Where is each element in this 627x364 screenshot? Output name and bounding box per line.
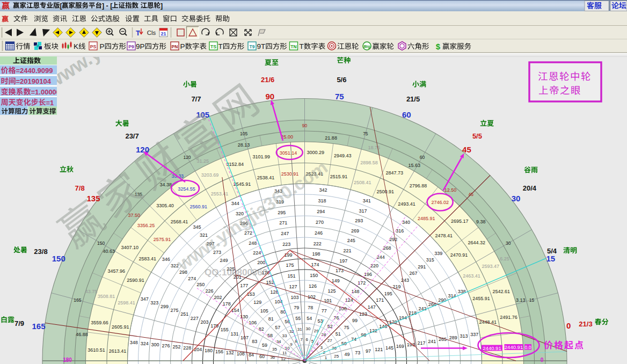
svg-text:147: 147 <box>368 304 376 310</box>
svg-text:QQ:100800360: QQ:100800360 <box>205 267 267 278</box>
svg-text:=1.00000: =1.00000 <box>31 88 61 96</box>
svg-text:180: 180 <box>205 348 213 353</box>
svg-text:11: 11 <box>282 351 287 355</box>
svg-text:131: 131 <box>230 331 238 337</box>
svg-text:9: 9 <box>290 342 293 347</box>
svg-text:81: 81 <box>268 316 274 322</box>
svg-text:T9: T9 <box>250 44 255 49</box>
svg-text:338: 338 <box>458 289 466 294</box>
svg-text:219: 219 <box>392 284 400 289</box>
svg-text:2898.58: 2898.58 <box>360 160 378 165</box>
svg-text:267: 267 <box>410 271 418 276</box>
svg-text:30: 30 <box>306 326 311 331</box>
svg-text:Cls: Cls <box>147 30 156 36</box>
svg-text:145: 145 <box>385 345 393 351</box>
svg-text:2440.91: 2440.91 <box>483 345 501 351</box>
svg-text:P: P <box>100 42 105 50</box>
svg-text:2568.41: 2568.41 <box>171 219 188 224</box>
svg-text:57: 57 <box>275 325 280 330</box>
svg-text:317: 317 <box>359 208 367 214</box>
svg-text:79: 79 <box>294 305 299 310</box>
svg-text:276: 276 <box>162 343 170 348</box>
svg-text:73: 73 <box>355 350 360 355</box>
svg-text:130: 130 <box>240 314 248 319</box>
svg-text:249: 249 <box>220 258 228 263</box>
svg-text:2491.76: 2491.76 <box>500 315 517 320</box>
svg-text:126: 126 <box>309 283 317 289</box>
svg-text:125: 125 <box>328 288 336 294</box>
svg-text:=2440.9099: =2440.9099 <box>16 67 53 75</box>
svg-text:55: 55 <box>295 316 301 321</box>
svg-text:3610.51: 3610.51 <box>88 347 105 353</box>
svg-text:20/4: 20/4 <box>523 184 537 192</box>
svg-text:12: 12 <box>281 356 286 361</box>
svg-text:45: 45 <box>462 145 471 154</box>
svg-text:75: 75 <box>363 131 368 136</box>
svg-text:342: 342 <box>319 187 327 193</box>
svg-text:15.63: 15.63 <box>408 163 420 168</box>
svg-text:37.50: 37.50 <box>128 213 140 218</box>
svg-text:155: 155 <box>221 327 229 332</box>
svg-text:0: 0 <box>541 357 544 363</box>
svg-text:148: 148 <box>351 289 359 294</box>
svg-text:15: 15 <box>546 254 555 263</box>
svg-text:124: 124 <box>345 297 353 303</box>
svg-text:34.38: 34.38 <box>159 182 172 187</box>
svg-text:244: 244 <box>377 254 385 260</box>
svg-text:269: 269 <box>351 228 359 234</box>
svg-text:=1: =1 <box>46 99 54 107</box>
svg-text:203: 203 <box>201 319 209 325</box>
svg-text:75: 75 <box>344 325 349 330</box>
svg-text:200: 200 <box>257 260 265 265</box>
svg-text:2605.91: 2605.91 <box>112 324 129 330</box>
svg-text:2593.47: 2593.47 <box>482 264 499 269</box>
svg-text:60: 60 <box>402 110 411 119</box>
svg-text:2515.91: 2515.91 <box>330 174 348 179</box>
svg-text:217: 217 <box>417 340 425 346</box>
svg-text:2949.43: 2949.43 <box>334 153 352 158</box>
svg-text:318: 318 <box>318 198 326 203</box>
svg-text:299: 299 <box>161 304 169 309</box>
svg-text:3559.66: 3559.66 <box>91 320 108 325</box>
svg-text:2695.17: 2695.17 <box>451 219 469 224</box>
svg-text:K: K <box>74 42 78 50</box>
svg-text:2493.41: 2493.41 <box>398 201 415 207</box>
svg-text:15: 15 <box>529 297 535 303</box>
svg-text:101: 101 <box>324 298 332 303</box>
svg-text:340: 340 <box>402 220 410 225</box>
svg-text:268: 268 <box>383 245 391 251</box>
svg-text:226: 226 <box>205 288 213 294</box>
svg-text:21.88: 21.88 <box>325 135 337 141</box>
svg-text:246: 246 <box>315 230 323 236</box>
svg-text:250: 250 <box>196 282 205 287</box>
svg-text:197: 197 <box>339 258 347 264</box>
svg-text:23/7: 23/7 <box>125 132 138 140</box>
svg-text:171: 171 <box>376 297 384 303</box>
svg-text:224: 224 <box>253 250 261 256</box>
svg-text:300: 300 <box>151 342 159 347</box>
svg-text:193: 193 <box>407 342 415 347</box>
svg-text:12.50: 12.50 <box>444 187 457 193</box>
svg-text:223: 223 <box>282 242 290 247</box>
svg-text:30: 30 <box>506 241 511 246</box>
svg-text:6: 6 <box>306 337 309 342</box>
svg-text:313: 313 <box>460 333 468 339</box>
svg-text:2583.41: 2583.41 <box>139 256 157 261</box>
svg-text:3356.25: 3356.25 <box>137 223 155 228</box>
svg-text:324: 324 <box>141 341 149 346</box>
svg-text:3000.29: 3000.29 <box>307 150 325 155</box>
svg-text:9.38: 9.38 <box>476 219 486 224</box>
svg-text:3508.81: 3508.81 <box>98 294 115 299</box>
svg-text:3: 3 <box>320 345 323 350</box>
svg-text:90: 90 <box>302 123 308 128</box>
svg-text:222: 222 <box>314 241 322 246</box>
svg-text:105: 105 <box>240 131 247 136</box>
svg-text:43.75: 43.75 <box>85 289 98 294</box>
svg-text:173: 173 <box>336 268 344 273</box>
svg-text:2644.32: 2644.32 <box>468 240 485 245</box>
svg-text:33: 33 <box>282 333 287 338</box>
svg-text:30: 30 <box>512 194 521 203</box>
svg-text:83: 83 <box>252 339 257 344</box>
svg-text:35: 35 <box>272 347 277 352</box>
svg-text:177: 177 <box>240 283 248 288</box>
